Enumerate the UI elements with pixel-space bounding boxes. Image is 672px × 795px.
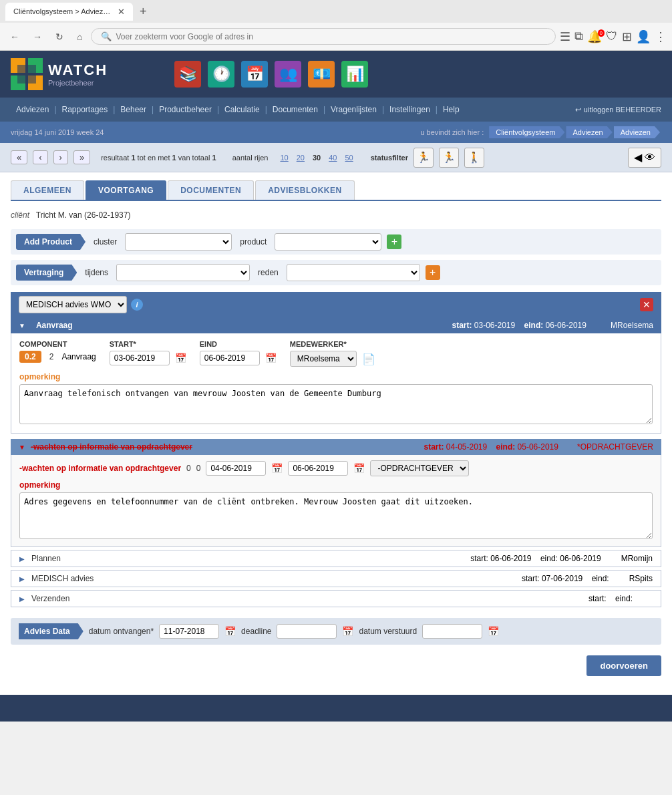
bookmarks-icon[interactable]: ☰ <box>560 29 570 44</box>
header-icon-book[interactable]: 📚 <box>174 61 201 88</box>
verzenden-toggle[interactable]: ▶ <box>19 595 25 603</box>
back-button[interactable]: ← <box>5 29 24 45</box>
extensions-icon[interactable]: ⧉ <box>574 29 583 43</box>
pag-last-button[interactable]: » <box>73 150 90 164</box>
header-icon-clock[interactable]: 🕐 <box>208 61 234 88</box>
rows-10[interactable]: 10 <box>281 154 289 162</box>
tab-adviesblokken[interactable]: ADVIESBLOKKEN <box>255 180 355 200</box>
breadcrumb-clientvolgsysteem[interactable]: Cliëntvolgsysteem <box>489 126 564 138</box>
tab-close-icon[interactable]: ✕ <box>118 7 125 17</box>
new-tab-button[interactable]: + <box>136 5 151 19</box>
wachten-eind-input[interactable] <box>288 461 348 476</box>
nav-rapportages[interactable]: Rapportages <box>57 105 114 114</box>
aanvraag-eind-calendar-icon[interactable]: 📅 <box>265 353 277 363</box>
verzenden-row[interactable]: ▶ Verzenden start: eind: <box>11 590 661 607</box>
tijdens-select[interactable] <box>116 264 250 281</box>
header-icon-report[interactable]: 📊 <box>341 61 368 88</box>
breadcrumb-adviezen-last[interactable]: Adviezen <box>614 126 660 138</box>
logout-button[interactable]: ↩ uitloggen BEHEERDER <box>575 106 661 114</box>
breadcrumb-adviezen[interactable]: Adviezen <box>566 126 612 138</box>
medewerker-col: MEDEWERKER* MRoelsema 📄 <box>290 340 375 367</box>
verstuurd-input[interactable] <box>422 624 482 639</box>
nav-help[interactable]: Help <box>438 105 465 114</box>
rows-20[interactable]: 20 <box>297 154 305 162</box>
nav-vragenlijsten[interactable]: Vragenlijsten <box>325 105 382 114</box>
refresh-button[interactable]: ↻ <box>51 29 68 45</box>
medisch-advies-title: MEDISCH advies <box>31 574 94 583</box>
status-running-icon[interactable]: 🏃 <box>439 148 459 168</box>
medewerker-select[interactable]: MRoelsema <box>290 351 357 367</box>
vertraging-button[interactable]: Vertraging <box>16 265 77 281</box>
plannen-toggle[interactable]: ▶ <box>19 555 25 563</box>
nav-productbeheer[interactable]: Productbeheer <box>154 105 217 114</box>
doorvoeren-button[interactable]: doorvoeren <box>586 655 661 676</box>
header-icon-money[interactable]: 💶 <box>308 61 335 88</box>
browser-menu-icon[interactable]: ⋮ <box>655 29 667 44</box>
start-row: 📅 <box>110 351 186 365</box>
nav-calculatie[interactable]: Calculatie <box>219 105 265 114</box>
deadline-cal-icon[interactable]: 📅 <box>342 626 353 637</box>
rows-30[interactable]: 30 <box>313 154 321 162</box>
eye-toggle-button[interactable]: ◀ 👁 <box>628 148 661 168</box>
header-icon-calendar[interactable]: 📅 <box>241 61 268 88</box>
home-button[interactable]: ⌂ <box>72 29 87 45</box>
medewerker-doc-icon[interactable]: 📄 <box>362 353 375 365</box>
wachten-toggle[interactable]: ▼ <box>19 444 25 451</box>
verstuurd-label: datum verstuurd <box>359 627 417 636</box>
aanvraag-start-input[interactable] <box>110 351 170 365</box>
profile-icon[interactable]: 👤 <box>636 29 651 44</box>
deadline-input[interactable] <box>277 624 337 639</box>
nav-adviezen[interactable]: Adviezen <box>11 105 54 114</box>
shield-icon[interactable]: 🛡 <box>606 29 618 43</box>
wachten-opmerking-textarea[interactable]: Adres gegevens en telefoonnummer van de … <box>19 492 653 539</box>
pag-prev-button[interactable]: ‹ <box>33 150 47 164</box>
advies-data-button[interactable]: Advies Data <box>19 623 83 639</box>
vertraging-add-icon-button[interactable]: + <box>426 265 440 280</box>
address-bar[interactable]: 🔍 <box>91 28 556 45</box>
header-icon-people[interactable]: 👥 <box>275 61 301 88</box>
browser-tab[interactable]: Cliëntvolgsysteem > Adviezen > Ac ✕ <box>5 3 133 21</box>
info-icon[interactable]: i <box>131 299 143 311</box>
pag-next-button[interactable]: › <box>53 150 68 164</box>
wachten-opmerking-label: opmerking <box>19 480 653 490</box>
tab-algemeen[interactable]: ALGEMEEN <box>11 180 84 200</box>
aanvraag-toggle[interactable]: ▼ <box>19 322 25 329</box>
add-product-button[interactable]: Add Product <box>16 234 86 250</box>
wachten-start-input[interactable] <box>206 461 266 476</box>
wachten-worker-select[interactable]: -OPDRACHTGEVER <box>370 460 469 476</box>
nav-documenten[interactable]: Documenten <box>267 105 323 114</box>
wachten-start-cal-icon[interactable]: 📅 <box>271 463 283 474</box>
nav-instellingen[interactable]: Instellingen <box>384 105 436 114</box>
plannen-row[interactable]: ▶ Plannen start: 06-06-2019 eind: 06-06-… <box>11 550 661 567</box>
rows-40[interactable]: 40 <box>329 154 337 162</box>
datum-cal-icon[interactable]: 📅 <box>224 626 236 637</box>
cluster-select[interactable] <box>125 233 232 251</box>
status-active-icon[interactable]: 🏃 <box>413 148 434 168</box>
reden-select[interactable] <box>287 264 420 281</box>
aanvraag-header: ▼ Aanvraag start: 03-06-2019 eind: 06-06… <box>11 317 661 333</box>
verstuurd-cal-icon[interactable]: 📅 <box>488 626 499 637</box>
arrow-left-icon: ◀ <box>634 151 642 164</box>
medisch-close-button[interactable]: ✕ <box>640 298 653 311</box>
aanvraag-eind-input[interactable] <box>200 351 260 365</box>
wachten-eind-cal-icon[interactable]: 📅 <box>353 463 365 474</box>
tab-documenten[interactable]: DOCUMENTEN <box>168 180 254 200</box>
tab-voortgang[interactable]: VOORTGANG <box>86 180 166 200</box>
status-finished-icon[interactable]: 🚶 <box>464 148 484 168</box>
nav-beheer[interactable]: Beheer <box>115 105 152 114</box>
address-input[interactable] <box>116 32 546 41</box>
rows-50[interactable]: 50 <box>345 154 353 162</box>
product-select[interactable] <box>275 233 381 251</box>
medisch-advies-row[interactable]: ▶ MEDISCH advies start: 07-06-2019 eind:… <box>11 570 661 587</box>
svg-rect-4 <box>17 65 36 84</box>
medisch-advies-toggle[interactable]: ▶ <box>19 575 25 583</box>
product-add-icon-button[interactable]: + <box>387 234 401 249</box>
opmerking-textarea[interactable]: Aanvraag telefonisch ontvangen van mevro… <box>19 384 653 424</box>
notifications-icon[interactable]: 🔔0 <box>587 29 602 44</box>
pag-first-button[interactable]: « <box>11 150 27 164</box>
qr-icon[interactable]: ⊞ <box>622 29 632 44</box>
forward-button[interactable]: → <box>28 29 47 45</box>
aanvraag-start-calendar-icon[interactable]: 📅 <box>175 353 186 363</box>
datum-input[interactable] <box>159 624 219 639</box>
medisch-select[interactable]: MEDISCH advies WMO <box>19 296 127 313</box>
